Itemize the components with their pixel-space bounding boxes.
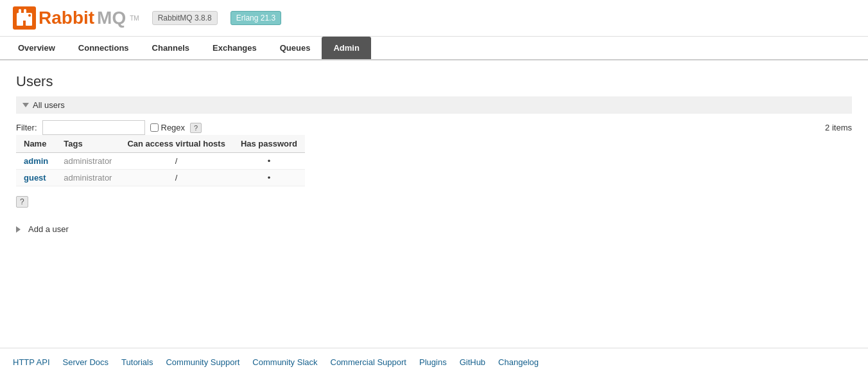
logo-rabbit-text: Rabbit	[39, 8, 94, 28]
header: RabbitMQTM RabbitMQ 3.8.8 Erlang 21.3	[0, 0, 868, 37]
filter-input[interactable]	[42, 120, 145, 135]
user-tags-guest: administrator	[56, 170, 119, 186]
logo-tm: TM	[130, 15, 139, 22]
users-table: Name Tags Can access virtual hosts Has p…	[16, 135, 305, 186]
nav-admin[interactable]: Admin	[322, 37, 370, 59]
nav-exchanges[interactable]: Exchanges	[201, 37, 268, 59]
erlang-version-badge: Erlang 21.3	[230, 11, 281, 25]
rabbitmq-logo-icon	[13, 6, 36, 30]
nav-connections[interactable]: Connections	[67, 37, 141, 59]
svg-point-6	[28, 14, 31, 17]
filter-container: Filter: Regex ? 2 items	[16, 120, 852, 135]
svg-rect-5	[24, 9, 26, 15]
regex-checkbox-container: Regex	[150, 123, 186, 132]
col-vhosts: Can access virtual hosts	[119, 135, 232, 153]
page-title: Users	[16, 73, 852, 90]
all-users-section-header[interactable]: All users	[16, 96, 852, 114]
add-user-label: Add a user	[28, 224, 69, 234]
table-help-button[interactable]: ?	[16, 196, 28, 208]
item-count: 2 items	[825, 123, 852, 132]
col-name: Name	[16, 135, 56, 153]
user-password-guest: •	[233, 170, 305, 186]
nav-channels[interactable]: Channels	[141, 37, 202, 59]
expand-icon	[16, 226, 21, 233]
main-content: Users All users Filter: Regex ? 2 items …	[0, 60, 868, 257]
add-user-section-header[interactable]: Add a user	[16, 220, 69, 238]
all-users-label: All users	[33, 100, 65, 110]
rabbitmq-version-badge: RabbitMQ 3.8.8	[152, 11, 218, 25]
table-row: guest administrator / •	[16, 170, 305, 186]
regex-label: Regex	[161, 123, 186, 132]
collapse-icon	[22, 103, 29, 107]
add-user-section: Add a user	[16, 220, 852, 244]
user-name-admin[interactable]: admin	[16, 153, 56, 170]
nav-queues[interactable]: Queues	[268, 37, 322, 59]
main-nav: Overview Connections Channels Exchanges …	[0, 37, 868, 60]
logo: RabbitMQTM	[13, 6, 139, 30]
table-row: admin administrator / •	[16, 153, 305, 170]
user-vhosts-admin: /	[119, 153, 232, 170]
user-tags-admin: administrator	[56, 153, 119, 170]
user-name-guest[interactable]: guest	[16, 170, 56, 186]
col-tags: Tags	[56, 135, 119, 153]
regex-checkbox[interactable]	[150, 123, 159, 132]
svg-rect-4	[19, 9, 21, 15]
col-password: Has password	[233, 135, 305, 153]
user-vhosts-guest: /	[119, 170, 232, 186]
filter-label: Filter:	[16, 123, 37, 132]
filter-help-button[interactable]: ?	[190, 123, 202, 133]
table-header-row: Name Tags Can access virtual hosts Has p…	[16, 135, 305, 153]
nav-overview[interactable]: Overview	[6, 37, 67, 59]
logo-mq-text: MQ	[97, 8, 126, 28]
user-password-admin: •	[233, 153, 305, 170]
